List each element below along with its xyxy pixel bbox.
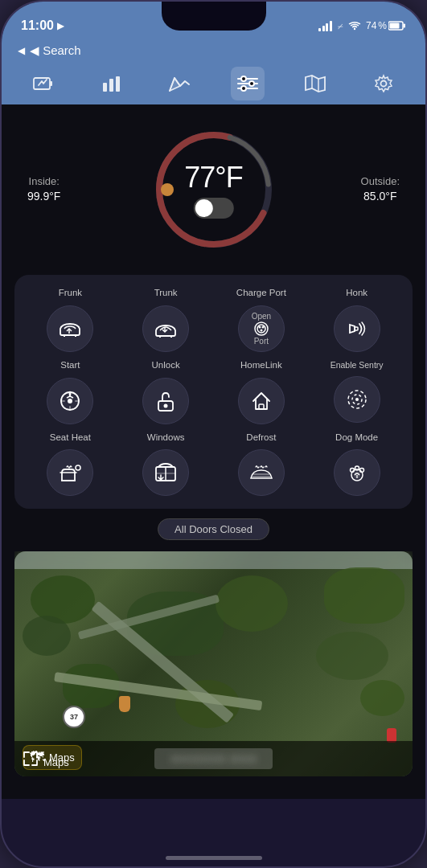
- map-bottom-bar: XXXXXXXX XXXX 🗺 Maps: [14, 741, 413, 776]
- location-arrow-icon: ▶: [57, 21, 64, 31]
- svg-point-13: [241, 76, 246, 81]
- svg-point-23: [161, 183, 174, 196]
- temperature-section: Inside: 99.9°F 77°F: [14, 117, 413, 262]
- dog-mode-button[interactable]: [334, 449, 380, 496]
- controls-grid: Frunk Trunk: [24, 288, 403, 496]
- start-label: Start: [60, 360, 80, 371]
- map-background: 37 XXXXXXXX XXXX 🗺 Maps: [14, 551, 413, 776]
- temp-ring[interactable]: 77°F: [150, 125, 278, 254]
- svg-point-56: [355, 466, 359, 470]
- dog-mode-label: Dog Mode: [335, 432, 378, 444]
- charge-port-control: Charge Port Open Port: [216, 288, 308, 352]
- signal-icon: [318, 20, 332, 31]
- trunk-control: Trunk: [120, 288, 212, 352]
- controls-card: Frunk Trunk: [14, 275, 413, 509]
- toggle-background: [194, 198, 234, 219]
- notch: [162, 2, 266, 31]
- windows-control: Windows: [120, 432, 212, 497]
- time-display: 11:00: [21, 18, 54, 33]
- sentry-label: Enable Sentry: [331, 360, 384, 371]
- outside-temp-label: Outside: 85.0°F: [361, 174, 400, 205]
- status-time: 11:00 ▶: [21, 18, 64, 33]
- phone-shell: 11:00 ▶ ⌿ 74 %: [0, 0, 427, 868]
- svg-rect-2: [403, 24, 405, 28]
- battery-icon: [388, 21, 406, 31]
- svg-rect-35: [355, 327, 358, 330]
- home-indicator[interactable]: [166, 856, 262, 860]
- unlock-button[interactable]: [142, 378, 189, 424]
- sentry-button[interactable]: [334, 376, 380, 423]
- homelink-label: HomeLink: [240, 360, 282, 371]
- defrost-button[interactable]: [238, 449, 285, 496]
- doors-badge-container: All Doors Closed: [14, 518, 413, 540]
- gear-nav-icon[interactable]: [367, 67, 400, 100]
- honk-button[interactable]: [334, 305, 380, 352]
- back-label: ◀ Search: [30, 43, 81, 58]
- svg-rect-6: [103, 83, 107, 92]
- toggle-knob: [195, 199, 213, 217]
- ac-toggle[interactable]: [184, 198, 242, 219]
- svg-point-55: [350, 469, 354, 473]
- seat-heat-button[interactable]: [47, 449, 93, 496]
- svg-point-43: [164, 403, 168, 407]
- honk-label: Honk: [346, 288, 367, 299]
- main-content: Inside: 99.9°F 77°F: [2, 104, 425, 776]
- windows-button[interactable]: [142, 449, 189, 496]
- svg-rect-4: [34, 78, 50, 89]
- svg-rect-3: [389, 23, 399, 29]
- seat-heat-label: Seat Heat: [50, 432, 91, 444]
- frunk-button[interactable]: [47, 305, 93, 352]
- chart-nav-icon[interactable]: [95, 67, 129, 100]
- start-control: Start: [24, 360, 117, 424]
- svg-point-34: [260, 329, 262, 331]
- map-blur-bar: [14, 551, 413, 569]
- svg-point-37: [68, 399, 72, 403]
- svg-point-32: [258, 326, 261, 328]
- map-nav-icon[interactable]: [298, 67, 332, 100]
- doors-badge[interactable]: All Doors Closed: [158, 518, 269, 540]
- svg-point-14: [249, 81, 254, 86]
- seat-heat-control: Seat Heat: [24, 432, 117, 497]
- expand-icon[interactable]: [23, 751, 39, 770]
- svg-point-15: [241, 86, 246, 91]
- battery-nav-icon[interactable]: [27, 67, 60, 100]
- temp-value-display: 77°F: [184, 161, 242, 219]
- unlock-label: Unlock: [152, 360, 180, 371]
- graph-nav-icon[interactable]: [162, 67, 196, 100]
- windows-label: Windows: [147, 432, 185, 444]
- defrost-control: Defrost: [216, 432, 308, 497]
- frunk-control: Frunk: [24, 288, 117, 352]
- wifi-icon: ⌿: [337, 19, 343, 32]
- inside-temp-label: Inside: 99.9°F: [27, 174, 60, 205]
- homelink-button[interactable]: [238, 378, 285, 424]
- battery-status: 74 %: [366, 20, 406, 31]
- dog-mode-control: Dog Mode: [310, 432, 403, 497]
- sliders-nav-icon[interactable]: [231, 67, 265, 100]
- svg-marker-16: [306, 76, 325, 92]
- homelink-control: HomeLink: [216, 360, 308, 424]
- honk-control: Honk: [310, 288, 403, 352]
- svg-point-19: [380, 81, 386, 87]
- status-icons: ⌿ 74 %: [318, 19, 406, 32]
- svg-point-0: [354, 28, 355, 30]
- frunk-label: Frunk: [59, 288, 82, 299]
- doors-badge-label: All Doors Closed: [174, 523, 253, 535]
- map-section[interactable]: 37 XXXXXXXX XXXX 🗺 Maps: [14, 551, 413, 776]
- svg-rect-8: [116, 76, 120, 92]
- svg-point-57: [359, 469, 363, 473]
- charge-port-label: Charge Port: [236, 288, 286, 299]
- charge-port-button[interactable]: Open Port: [238, 305, 285, 352]
- sentry-control: Enable Sentry: [310, 360, 403, 424]
- start-button[interactable]: [47, 378, 93, 424]
- back-button[interactable]: ◀ ◀ Search: [18, 43, 81, 58]
- svg-rect-7: [109, 79, 113, 92]
- svg-rect-5: [50, 81, 52, 86]
- svg-point-48: [76, 465, 80, 470]
- maps-text: Maps: [43, 756, 69, 768]
- svg-point-33: [261, 326, 264, 328]
- svg-point-47: [355, 398, 359, 401]
- nav-toolbar: [2, 63, 425, 104]
- trunk-button[interactable]: [142, 305, 189, 352]
- home-indicator-bar: [2, 776, 425, 799]
- back-chevron-icon: ◀: [18, 45, 25, 56]
